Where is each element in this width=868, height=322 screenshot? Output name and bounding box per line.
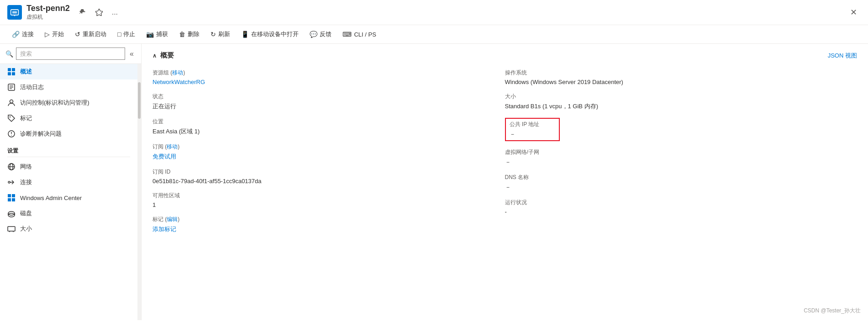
connect-icon: 🔗 — [12, 31, 20, 38]
collapse-sidebar-button[interactable]: « — [128, 48, 136, 60]
svg-rect-22 — [12, 194, 15, 197]
svg-point-12 — [10, 100, 13, 103]
cli-icon: ⌨ — [342, 31, 352, 38]
prop-status-value: 正在运行 — [153, 102, 498, 111]
svg-point-16 — [11, 135, 12, 136]
connect-button[interactable]: 🔗 连接 — [7, 28, 38, 41]
sidebar-inner: 概述 活动日志 — [0, 64, 141, 320]
prop-vnet-label: 虚拟网络/子网 — [505, 148, 850, 156]
edit-tags-link[interactable]: 编辑 — [167, 216, 178, 222]
prop-subscription-id-label: 订阅 ID — [153, 168, 498, 176]
prop-size-label: 大小 — [505, 93, 850, 100]
sidebar-item-label: 访问控制(标识和访问管理) — [20, 99, 89, 107]
prop-status-label: 状态 — [153, 93, 498, 100]
svg-rect-4 — [8, 68, 11, 71]
sidebar-item-network[interactable]: 网络 — [0, 159, 137, 174]
sidebar-item-disk[interactable]: 磁盘 — [0, 206, 137, 221]
prop-location-label: 位置 — [153, 118, 498, 126]
svg-rect-6 — [8, 72, 11, 75]
move-resource-group-link[interactable]: 移动 — [172, 69, 183, 76]
svg-point-20 — [8, 181, 10, 183]
prop-os-value: Windows (Windows Server 2019 Datacenter) — [505, 79, 850, 85]
sidebar-item-tags[interactable]: 标记 — [0, 111, 137, 126]
watermark: CSDN @Tester_孙大壮 — [804, 307, 861, 315]
prop-dns: DNS 名称 － — [505, 170, 857, 195]
svg-rect-5 — [12, 68, 15, 71]
prop-location: 位置 East Asia (区域 1) — [153, 114, 505, 139]
size-icon — [7, 225, 16, 233]
connect-sidebar-icon — [7, 178, 16, 186]
sidebar-item-overview[interactable]: 概述 — [0, 64, 137, 79]
refresh-button[interactable]: ↻ 刷新 — [206, 28, 235, 41]
network-icon — [7, 163, 16, 171]
sidebar-item-access-control[interactable]: 访问控制(标识和访问管理) — [0, 95, 137, 111]
feedback-icon: 💬 — [310, 31, 317, 38]
activity-log-icon — [7, 83, 16, 91]
svg-rect-21 — [8, 194, 11, 197]
restart-button[interactable]: ↺ 重新启动 — [70, 28, 111, 41]
prop-availability-zone-value: 1 — [153, 201, 498, 208]
prop-subscription-id: 订阅 ID 0e51b81c-79ad-40f1-af55-1cc9ca0137… — [153, 164, 505, 188]
open-mobile-button[interactable]: 📱 在移动设备中打开 — [237, 28, 303, 41]
sidebar-item-label: 活动日志 — [20, 83, 44, 91]
svg-rect-7 — [12, 72, 15, 75]
prop-os-label: 操作系统 — [505, 69, 850, 77]
prop-dns-value: － — [505, 183, 850, 191]
prop-public-ip-label: 公共 IP 地址 — [510, 121, 555, 128]
sidebar-item-activity-log[interactable]: 活动日志 — [0, 79, 137, 95]
prop-resource-group-value[interactable]: NetworkWatcherRG — [153, 79, 498, 85]
prop-resource-group: 资源组 (移动) NetworkWatcherRG — [153, 65, 505, 89]
delete-button[interactable]: 🗑 删除 — [174, 28, 204, 41]
settings-section-label: 设置 — [0, 142, 137, 157]
sidebar-item-size[interactable]: 大小 — [0, 221, 137, 237]
move-subscription-link[interactable]: 移动 — [167, 143, 178, 150]
stop-button[interactable]: □ 停止 — [113, 28, 140, 41]
top-header: Test-penn2 虚拟机 ... ✕ — [0, 0, 868, 25]
more-button[interactable]: ... — [110, 6, 120, 18]
search-bar: 🔍 « — [0, 44, 141, 64]
prop-tags-value[interactable]: 添加标记 — [153, 225, 498, 233]
toolbar: 🔗 连接 ▷ 开始 ↺ 重新启动 □ 停止 📷 捕获 🗑 删除 ↻ 刷新 📱 在… — [0, 25, 868, 44]
capture-icon: 📷 — [146, 31, 154, 38]
prop-vnet: 虚拟网络/子网 － — [505, 145, 857, 170]
prop-size: 大小 Standard B1s (1 vcpu，1 GiB 内存) — [505, 89, 857, 114]
vm-icon — [7, 5, 22, 20]
sidebar-item-label: 概述 — [20, 68, 32, 76]
sidebar-item-label: 诊断并解决问题 — [20, 130, 62, 138]
close-button[interactable]: ✕ — [846, 5, 861, 20]
sidebar-item-windows-admin-center[interactable]: Windows Admin Center — [0, 190, 137, 206]
prop-tags-label: 标记 (编辑) — [153, 216, 498, 223]
prop-public-ip: 公共 IP 地址 － — [505, 114, 857, 145]
prop-vnet-value: － — [505, 158, 850, 166]
favorite-button[interactable] — [94, 7, 105, 18]
sidebar-scrollbar[interactable] — [137, 64, 141, 320]
prop-resource-group-label: 资源组 (移动) — [153, 69, 498, 77]
cli-ps-button[interactable]: ⌨ CLI / PS — [338, 28, 380, 40]
section-title: ∧ 概要 — [153, 51, 174, 60]
prop-os: 操作系统 Windows (Windows Server 2019 Datace… — [505, 65, 857, 89]
disk-icon — [7, 209, 16, 217]
prop-subscription-value[interactable]: 免费试用 — [153, 153, 498, 161]
prop-health-status-label: 运行状况 — [505, 199, 850, 206]
prop-public-ip-value: － — [510, 130, 555, 138]
sidebar-item-connect[interactable]: 连接 — [0, 174, 137, 190]
sidebar-item-label: 网络 — [20, 163, 32, 171]
sidebar-item-label: 连接 — [20, 178, 32, 186]
prop-status: 状态 正在运行 — [153, 89, 505, 114]
sidebar-item-diagnose[interactable]: 诊断并解决问题 — [0, 126, 137, 142]
sidebar-scrollbar-thumb — [138, 82, 141, 119]
prop-dns-label: DNS 名称 — [505, 174, 850, 181]
search-input[interactable] — [16, 48, 125, 60]
diagnose-icon — [7, 130, 16, 138]
start-button[interactable]: ▷ 开始 — [40, 28, 68, 41]
overview-icon — [7, 68, 16, 76]
properties-right-column: 操作系统 Windows (Windows Server 2019 Datace… — [505, 65, 857, 237]
capture-button[interactable]: 📷 捕获 — [142, 28, 173, 41]
prop-size-value: Standard B1s (1 vcpu，1 GiB 内存) — [505, 102, 850, 111]
restart-icon: ↺ — [75, 31, 80, 38]
pin-button[interactable] — [77, 7, 88, 18]
feedback-button[interactable]: 💬 反馈 — [305, 28, 336, 41]
json-view-link[interactable]: JSON 视图 — [828, 52, 857, 60]
delete-icon: 🗑 — [179, 31, 185, 38]
page-title: Test-penn2 — [26, 4, 70, 13]
